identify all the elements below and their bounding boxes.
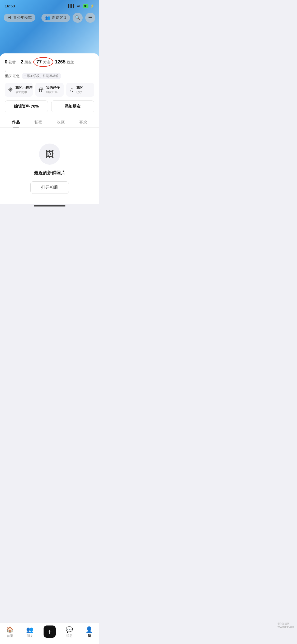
fans-count: 1265 — [55, 59, 65, 65]
add-friend-label: 添加朋友 — [65, 104, 81, 108]
music-text: 我的 已收 — [76, 85, 83, 94]
open-album-label: 打开相册 — [41, 185, 58, 190]
tab-favorites-label: 收藏 — [57, 120, 65, 124]
tab-likes-label: 喜欢 — [79, 120, 87, 124]
status-bar: 16:53 ▌▌▌ 4G 35 ⚡ — [0, 0, 99, 10]
following-count: 77 — [36, 59, 42, 65]
tab-private[interactable]: 私密 — [27, 117, 50, 127]
stat-likes[interactable]: 0 获赞 — [5, 59, 16, 65]
signal-icon: ▌▌▌ — [68, 4, 76, 8]
status-time: 16:53 — [5, 4, 15, 8]
quick-link-music[interactable]: ♫ 我的 已收 — [66, 83, 94, 97]
empty-photo-icon: 🖼 — [45, 149, 54, 159]
zaizai-icon: 仔 — [39, 87, 43, 93]
tab-works-label: 作品 — [12, 120, 20, 124]
status-icons: ▌▌▌ 4G 35 ⚡ — [68, 4, 94, 8]
menu-btn[interactable]: ☰ — [85, 13, 95, 23]
edit-profile-label: 编辑资料 70% — [14, 104, 39, 108]
battery-lightning: ⚡ — [90, 4, 94, 8]
quick-links: ✳ 我的小程序 最近使用 仔 我的仔仔 朋友广场 ♫ 我的 已收 — [5, 83, 94, 97]
edit-profile-btn[interactable]: 编辑资料 70% — [5, 100, 48, 112]
friends-count: 2 — [21, 59, 23, 65]
tab-favorites[interactable]: 收藏 — [50, 117, 72, 127]
search-btn[interactable]: 🔍 — [73, 13, 83, 23]
add-friend-btn[interactable]: 添加朋友 — [51, 100, 95, 112]
header-nav: ⛨ 青少年模式 👥 新访客 1 🔍 ☰ — [0, 11, 99, 25]
new-visitor-btn[interactable]: 👥 新访客 1 — [41, 14, 70, 22]
stat-following[interactable]: 77 关注 — [36, 59, 50, 65]
visitor-icon: 👥 — [45, 15, 50, 20]
friends-label: 朋友 — [24, 60, 32, 65]
open-album-btn[interactable]: 打开相册 — [30, 181, 69, 194]
following-label: 关注 — [43, 60, 50, 65]
likes-label: 获赞 — [8, 60, 16, 65]
music-icon: ♫ — [69, 86, 74, 93]
zaizai-text: 我的仔仔 朋友广场 — [46, 85, 60, 94]
search-icon: 🔍 — [75, 15, 81, 21]
tab-likes[interactable]: 喜欢 — [72, 117, 94, 127]
stat-friends[interactable]: 2 朋友 — [21, 59, 32, 65]
empty-title: 最近的新鲜照片 — [34, 170, 65, 176]
youth-mode-label: 青少年模式 — [13, 15, 32, 20]
likes-count: 0 — [5, 59, 7, 65]
bio-dot: 。 — [5, 68, 94, 72]
youth-mode-icon: ⛨ — [7, 15, 12, 20]
profile-card: 0 获赞 2 朋友 77 关注 1265 粉丝 。 重庆·江北 + 添加学校、性… — [0, 53, 99, 128]
home-indicator — [34, 205, 65, 206]
battery-badge: 35 — [83, 4, 88, 8]
add-tag-label: + 添加学校、性别等标签 — [24, 74, 59, 78]
youth-mode-btn[interactable]: ⛨ 青少年模式 — [4, 14, 35, 22]
nav-right-actions: 👥 新访客 1 🔍 ☰ — [41, 13, 95, 23]
mini-program-sub: 最近使用 — [15, 90, 32, 94]
stat-fans[interactable]: 1265 粉丝 — [55, 59, 74, 65]
fans-label: 粉丝 — [67, 60, 74, 65]
menu-icon: ☰ — [88, 15, 92, 21]
music-title: 我的 — [76, 85, 83, 90]
quick-link-zaizai[interactable]: 仔 我的仔仔 朋友广场 — [35, 83, 63, 97]
mini-program-icon: ✳ — [8, 86, 13, 93]
new-visitor-label: 新访客 1 — [52, 15, 66, 20]
zaizai-sub: 朋友广场 — [46, 90, 60, 94]
mini-program-text: 我的小程序 最近使用 — [15, 85, 32, 94]
action-btns: 编辑资料 70% 添加朋友 — [5, 100, 94, 112]
tab-works[interactable]: 作品 — [5, 117, 27, 127]
stats-row: 0 获赞 2 朋友 77 关注 1265 粉丝 — [5, 58, 94, 68]
tag-row: 重庆·江北 + 添加学校、性别等标签 — [5, 73, 94, 79]
quick-link-mini-program[interactable]: ✳ 我的小程序 最近使用 — [5, 83, 33, 97]
network-label: 4G — [77, 4, 81, 8]
empty-state: 🖼 最近的新鲜照片 打开相册 — [0, 128, 99, 204]
mini-program-title: 我的小程序 — [15, 85, 32, 90]
tabs-row: 作品 私密 收藏 喜欢 — [0, 117, 99, 128]
zaizai-title: 我的仔仔 — [46, 85, 60, 90]
location-tag: 重庆·江北 — [5, 74, 20, 79]
add-tag-btn[interactable]: + 添加学校、性别等标签 — [22, 73, 61, 79]
music-sub: 已收 — [76, 90, 83, 94]
empty-icon-wrap: 🖼 — [39, 144, 60, 165]
tab-private-label: 私密 — [34, 120, 42, 124]
